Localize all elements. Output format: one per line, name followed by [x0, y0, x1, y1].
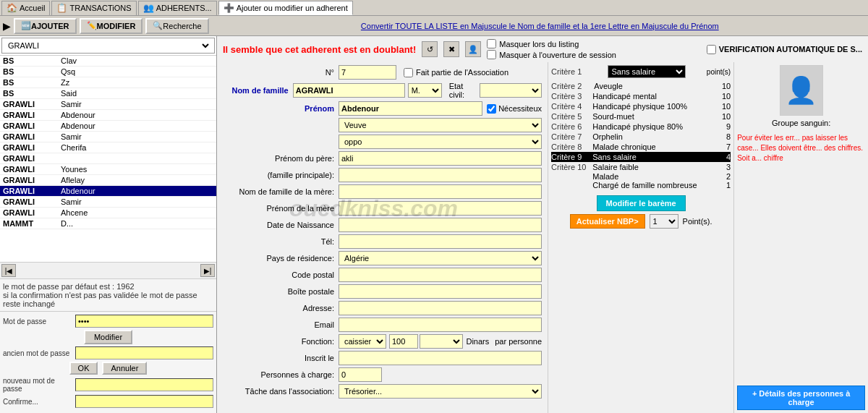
annuler-button[interactable]: Annuler [102, 362, 147, 375]
modifier-button[interactable]: ✏️ MODIFIER [80, 18, 143, 34]
fait-partie-row[interactable]: Fait partie de l'Association [404, 68, 509, 77]
personnes-input[interactable] [339, 367, 382, 382]
boite-postale-input[interactable] [339, 284, 542, 299]
c6-value: Handicapé physique 80% [592, 122, 716, 132]
adresse-input[interactable] [339, 301, 542, 315]
pays-select[interactable]: Algérie [339, 251, 542, 265]
code-postal-row: Code postal [223, 268, 542, 282]
salaire-select[interactable] [420, 334, 463, 349]
email-row: Email [223, 318, 542, 332]
masquer-ouverture-check[interactable] [487, 50, 496, 59]
fonction-select[interactable]: caissier [339, 334, 386, 349]
necessiteux-check[interactable] [487, 104, 496, 114]
option2-select[interactable]: oppo [339, 135, 542, 149]
form-area: N° Fait partie de l'Association Nom de f… [217, 62, 868, 413]
list-item-selected[interactable]: GRAWLI Abdenour [0, 186, 216, 197]
convert-link[interactable]: Convertir TOUTE LA LISTE en Majuscule le… [215, 22, 865, 30]
list-item[interactable]: GRAWLI Ahcene [0, 208, 216, 218]
nom-input[interactable] [293, 83, 405, 98]
masquer-ouverture-row[interactable]: Masquer à l'ouverture de session [487, 50, 616, 59]
name-select-input[interactable]: GRAWLI [5, 41, 211, 51]
ancien-pwd-input[interactable] [75, 346, 213, 359]
list-item[interactable]: BS Clav [0, 56, 216, 67]
family-name: MAMMT [0, 218, 58, 229]
tab-transactions[interactable]: 📋 TRANSACTiONS [51, 1, 136, 15]
delete-button[interactable]: ✖ [443, 41, 459, 57]
civil-select[interactable]: M. Mme [408, 83, 442, 98]
ajouter-icon: 🆕 [21, 21, 31, 30]
photo-button[interactable]: 👤 [465, 41, 481, 57]
list-item[interactable]: GRAWLI Samir [0, 132, 216, 142]
list-item[interactable]: BS Qsq [0, 67, 216, 77]
ancien-pwd-row: ancien mot de passe [3, 346, 213, 359]
inscrit-input[interactable] [339, 351, 542, 365]
points-select[interactable]: 1 [650, 214, 678, 229]
list-item[interactable]: GRAWLI Younes [0, 164, 216, 175]
dinars-label: Dinars [466, 337, 489, 346]
list-item[interactable]: BS Zz [0, 77, 216, 88]
tab-adherents[interactable]: 👥 ADHERENTS... [138, 1, 217, 15]
etat-select[interactable] [480, 83, 542, 98]
family-name: GRAWLI [0, 110, 58, 121]
extra1-pts: 2 [716, 172, 731, 181]
list-item[interactable]: GRAWLI Samir [0, 99, 216, 110]
name-dropdown[interactable]: GRAWLI [1, 38, 215, 54]
critere1-select[interactable]: Sans salaire [608, 65, 686, 78]
form-right: 👤 Groupe sanguin: Pour éviter les err...… [733, 62, 868, 413]
verif-auto-check[interactable] [707, 45, 716, 54]
necessiteux-row[interactable]: Nécessiteux [487, 104, 542, 114]
ajouter-button[interactable]: 🆕 AJOUTER [14, 18, 77, 34]
details-button[interactable]: + Détails des personnes à charge [737, 386, 865, 410]
recherche-button[interactable]: 🔍 Recherche [145, 18, 208, 34]
first-name: Samir [58, 99, 216, 110]
list-item[interactable]: MAMMT D... [0, 218, 216, 229]
list-item[interactable]: BS Said [0, 88, 216, 99]
family-name: GRAWLI [0, 153, 58, 164]
modifier-pwd-button[interactable]: Modifier [84, 330, 132, 344]
tache-row: Tâche dans l'association: Trésorier... [223, 384, 542, 399]
masquer-listing-check[interactable] [487, 39, 496, 48]
list-item[interactable]: GRAWLI [0, 153, 216, 164]
c8-label: Critère 8 [551, 142, 592, 152]
marital-select[interactable]: Veuve [339, 118, 542, 132]
fait-partie-check[interactable] [404, 68, 413, 77]
pere-input[interactable] [339, 151, 542, 166]
add-icon: ➕ [224, 3, 234, 13]
list-item[interactable]: GRAWLI Samir [0, 197, 216, 208]
ok-button[interactable]: OK [69, 362, 98, 375]
mere-famille-input[interactable] [339, 184, 542, 199]
email-input[interactable] [339, 318, 542, 332]
tache-select[interactable]: Trésorier... [339, 384, 542, 399]
family-name: GRAWLI [0, 175, 58, 186]
list-item[interactable]: GRAWLI Cherifa [0, 142, 216, 153]
tab-accueil[interactable]: 🏠 Accueil [1, 1, 50, 15]
nouveau-pwd-input[interactable] [75, 378, 213, 391]
first-name: Aflelay [58, 175, 216, 186]
refresh-button[interactable]: ↺ [422, 41, 438, 57]
tel-input[interactable] [339, 234, 542, 249]
numero-input[interactable] [339, 65, 396, 80]
verif-auto-label: VERIFICATION AUTOMATIQUE DE S... [719, 45, 862, 54]
list-item[interactable]: GRAWLI Abdenour [0, 110, 216, 121]
confirmer-input[interactable] [75, 395, 213, 408]
family-name: GRAWLI [0, 121, 58, 132]
naissance-input[interactable] [339, 218, 542, 232]
nav-first-button[interactable]: |◀ [1, 264, 16, 277]
mere-prenom-input[interactable] [339, 201, 542, 216]
pwd-input[interactable] [75, 315, 213, 328]
code-postal-input[interactable] [339, 268, 542, 282]
bareme-button[interactable]: Modifier le barème [597, 195, 686, 211]
actualiser-button[interactable]: Actualiser NBP> [570, 214, 645, 229]
nav-last-button[interactable]: ▶| [200, 264, 215, 277]
salaire-input[interactable] [389, 334, 418, 349]
list-item[interactable]: GRAWLI Aflelay [0, 175, 216, 186]
list-item[interactable]: GRAWLI Abdenour [0, 121, 216, 132]
c7-label: Critère 7 [551, 132, 592, 142]
famille-principale-input[interactable] [339, 168, 542, 182]
prenom-input[interactable] [339, 101, 482, 116]
avatar-icon: 👤 [785, 75, 817, 106]
masquer-listing-row[interactable]: Masquer lors du listing [487, 39, 616, 48]
par-personne-label: par personne [495, 337, 542, 346]
tab-ajouter[interactable]: ➕ Ajouter ou modifier un adherent [218, 1, 353, 15]
tache-label: Tâche dans l'association: [223, 387, 339, 396]
